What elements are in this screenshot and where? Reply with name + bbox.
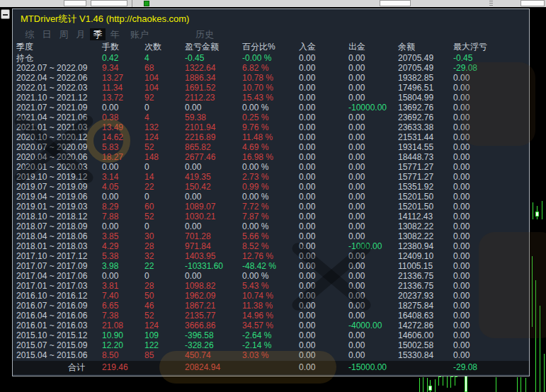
cell: 0.00 [453,241,529,251]
table-row: 2022.07 ~ 2022.099.34681322.646.82 %0.00… [13,63,529,73]
candle-tick [455,376,457,377]
cell: 0.00 [299,221,348,231]
cell: 15804.99 [398,93,453,103]
cell: 20705.49 [398,53,453,63]
cell: 0 [144,221,185,231]
cell: 60 [144,202,185,212]
candle-tick [439,376,441,377]
cell: 3.03 % [242,350,299,360]
panel-title[interactable]: MTDriver统计 V1.46 (http://chaokes.com) [13,11,529,27]
cell: 0.00 [299,93,348,103]
cell: 0.00 [348,261,398,271]
cell: 0.00 [453,340,529,350]
cell: 0.00 [453,321,529,330]
chart-window-icon[interactable] [1,9,10,19]
cell: 0.00 [348,53,398,63]
cell: 701.28 [185,231,242,241]
cell: 13082.22 [398,221,453,231]
cell: 0.00 [348,63,398,73]
toolbar-grip[interactable] [489,1,493,6]
table-row: 2018.04 ~ 2018.063.8530701.285.66 %0.000… [13,231,529,241]
cell: 8.50 [102,350,144,360]
table-row: 2016.10 ~ 2016.127.40501962.0910.74 %0.0… [13,291,529,301]
cell: 0.00 [453,192,529,202]
cell: -328.26 [185,340,242,350]
cell: 2020.07 ~ 2020.09 [16,142,102,152]
cell: 0.00 [299,83,348,93]
cell: 18448.73 [398,152,453,162]
menu-item-综[interactable]: 综 [22,28,38,40]
cell: 0.00 [348,182,398,192]
cell: 0 [144,192,185,202]
menu-item-日[interactable]: 日 [39,28,55,40]
cell: 0.00 [453,83,529,93]
cell: 34.57 % [242,321,299,330]
cell: 1089.07 [185,202,242,212]
table-row: 2016.04 ~ 2016.067.38522135.7714.96 %0.0… [13,311,529,321]
menu-item-账户[interactable]: 账户 [124,28,155,40]
cell: 1322.64 [185,63,242,73]
cell: 1403.95 [185,251,242,261]
cell: 23633.38 [398,122,453,132]
toolbar-button[interactable] [64,0,86,6]
menu-item-年[interactable]: 年 [107,28,123,40]
candlestick [525,378,526,392]
cell: 52 [144,311,185,321]
menu-item-月[interactable]: 月 [73,28,89,40]
cell: 0.00 [348,122,398,132]
table-row: 2018.07 ~ 2018.090.0000.000.00 %0.000.00… [13,221,529,231]
toolbar-button[interactable] [380,0,411,6]
cell: 0.00 [348,132,398,142]
menu-item-周[interactable]: 周 [56,28,72,40]
cell: 0.00 [299,311,348,321]
cell: 19314.55 [398,142,453,152]
cell: 22 [144,261,185,271]
table-row: 2016.07 ~ 2016.096.65461867.2111.38 %0.0… [13,301,529,311]
candlestick [540,306,540,392]
total-cell [144,361,185,374]
table-row: 2019.10 ~ 2019.123.1414419.352.73 %0.000… [13,172,529,182]
cell: 0.00 [185,192,242,202]
cell: 2016.01 ~ 2016.03 [16,321,102,330]
toolbar-green-icon[interactable] [144,1,149,6]
cell: 7.88 [102,212,144,221]
cell: 12409.10 [398,251,453,261]
cell: 104 [144,83,185,93]
cell: 0.00 [453,350,529,360]
menu-item-历史[interactable]: 历史 [189,28,220,40]
cell: 20705.49 [398,63,453,73]
table-row: 2018.01 ~ 2018.034.2928971.848.52 %0.00-… [13,241,529,251]
cell: 0.00 [453,311,529,321]
cell: 0.00 [299,192,348,202]
cell: 0.00 [102,271,144,281]
candlestick [544,354,545,392]
menu-item-季[interactable]: 季 [90,28,106,40]
cell: 13082.22 [398,231,453,241]
cell: 0.00 [453,212,529,221]
toolbar-button[interactable] [521,0,545,6]
cell: 0.00 [348,350,398,360]
cell: 0.00 [299,162,348,172]
total-cell: -29.08 [453,361,529,374]
cell: 4.29 [102,241,144,251]
cell: 15771.27 [398,172,453,182]
column-header: 出金 [348,41,398,53]
toolbar-separator [132,0,132,7]
table-row: 2017.07 ~ 2017.093.9822-10331.60-48.42 %… [13,261,529,271]
candlestick [427,378,428,392]
cell: 21531.44 [398,132,453,142]
cell: 11.38 % [242,301,299,311]
cell: 7.87 % [242,212,299,221]
cell: 9.34 [102,63,144,73]
cell: 6.82 % [242,63,299,73]
cell: 0.00 [348,281,398,291]
top-toolbar [0,0,546,7]
toolbar-button[interactable] [91,0,127,6]
cell: -1000.00 [348,241,398,251]
total-cell [398,361,453,374]
cell: 21.08 [102,321,144,330]
cell: 0.00 [102,192,144,202]
cell: 2135.77 [185,311,242,321]
table-row: 2018.10 ~ 2018.127.88521030.217.87 %0.00… [13,212,529,221]
cell: 4 [144,113,185,122]
